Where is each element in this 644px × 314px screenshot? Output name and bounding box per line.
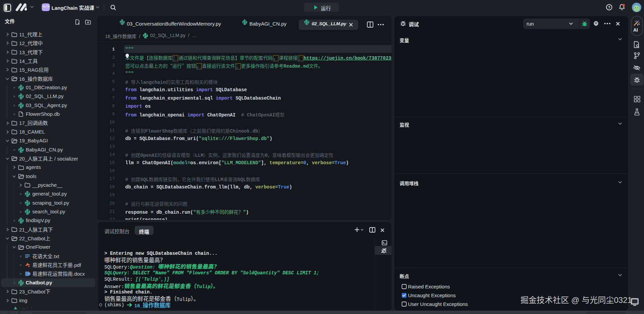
svg-text:?: ? — [608, 5, 610, 9]
